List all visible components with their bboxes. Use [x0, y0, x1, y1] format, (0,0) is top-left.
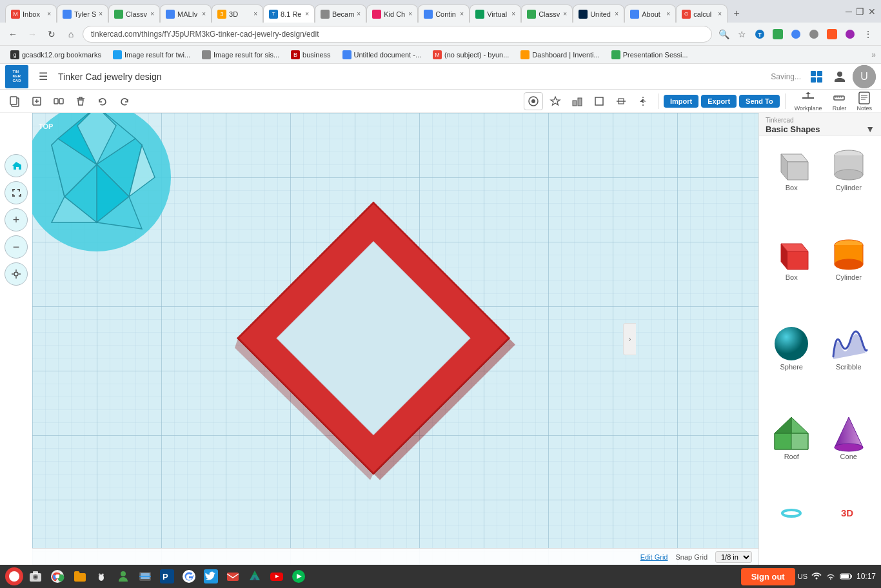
tab-maliw[interactable]: MALIv ×: [160, 5, 212, 23]
tab-becam[interactable]: Becam ×: [315, 5, 366, 23]
tab-tinkercad[interactable]: T 8.1 Re ×: [263, 5, 315, 23]
tab-about[interactable]: About ×: [624, 5, 676, 23]
tab-kidch[interactable]: Kid Ch ×: [366, 5, 418, 23]
sign-out-button[interactable]: Sign out: [741, 568, 795, 585]
user-avatar[interactable]: U: [853, 65, 876, 88]
workplane-button[interactable]: Workplane: [791, 90, 826, 113]
bookmarks-more-icon[interactable]: »: [871, 50, 876, 59]
copy-button[interactable]: [5, 92, 25, 110]
settings-icon[interactable]: ⋮: [860, 26, 876, 42]
taskbar-penguin[interactable]: [92, 567, 111, 586]
tab-close-gmail[interactable]: ×: [47, 10, 51, 17]
search-icon[interactable]: 🔍: [716, 26, 731, 42]
new-tab-button[interactable]: +: [728, 5, 746, 23]
grid-settings-button[interactable]: [5, 262, 28, 286]
extension-icon-5[interactable]: [824, 26, 840, 42]
bookmark-star-icon[interactable]: ☆: [734, 26, 749, 42]
group-button[interactable]: [49, 92, 68, 110]
reload-button[interactable]: ↻: [44, 26, 59, 42]
delete-button[interactable]: [71, 92, 90, 110]
shape-roof[interactable]: Roof: [764, 410, 819, 497]
home-button[interactable]: ⌂: [63, 26, 79, 42]
extension-icon-6[interactable]: [842, 26, 858, 42]
export-button[interactable]: Export: [701, 95, 737, 108]
taskbar-files[interactable]: [70, 567, 89, 586]
tab-close-classroom1[interactable]: ×: [150, 10, 154, 17]
align-tool[interactable]: [611, 92, 631, 110]
view-cube[interactable]: [0, 118, 32, 150]
tab-close-becam[interactable]: ×: [357, 10, 361, 17]
bookmark-inventi[interactable]: Dashboard | Inventi...: [515, 49, 604, 61]
shape-cone[interactable]: Cone: [822, 410, 876, 497]
tab-classroom3[interactable]: Classv ×: [521, 5, 573, 23]
tab-close-about[interactable]: ×: [666, 10, 670, 17]
camera-view-button[interactable]: [524, 92, 543, 110]
shape-box-red[interactable]: Box: [764, 231, 819, 318]
undo-button[interactable]: [93, 92, 112, 110]
bookmark-gcasdk[interactable]: g gcasdk12.org bookmarks: [5, 49, 106, 61]
shape-hollow-tool[interactable]: [589, 92, 609, 110]
bookmark-pres[interactable]: Presentation Sessi...: [606, 49, 693, 61]
taskbar-mail[interactable]: [223, 567, 243, 586]
tab-united[interactable]: United ×: [573, 5, 624, 23]
extension-icon-3[interactable]: [788, 26, 804, 42]
forward-button[interactable]: →: [25, 26, 40, 42]
import-button[interactable]: Import: [664, 95, 698, 108]
back-button[interactable]: ←: [5, 26, 21, 42]
tab-close-tyler[interactable]: ×: [99, 10, 103, 17]
url-input[interactable]: tinkercad.com/things/fYJ5pURM3kG-tinker-…: [83, 26, 712, 43]
bookmark-bb[interactable]: B business: [286, 49, 335, 61]
shape-solid-tool[interactable]: [568, 92, 587, 110]
bookmark-gmail[interactable]: M (no subject) - byun...: [428, 49, 514, 61]
taskbar-google[interactable]: [179, 567, 199, 586]
duplicate-button[interactable]: [27, 92, 46, 110]
redo-button[interactable]: [115, 92, 134, 110]
notes-button[interactable]: Notes: [853, 90, 876, 113]
tab-close-united[interactable]: ×: [615, 10, 619, 17]
tab-close-tinkercad[interactable]: ×: [305, 10, 309, 17]
edit-grid-label[interactable]: Edit Grid: [640, 553, 668, 561]
taskbar-play[interactable]: [289, 567, 308, 586]
extension-icon-2[interactable]: [770, 26, 786, 42]
zoom-in-button[interactable]: +: [5, 208, 28, 231]
tab-close-calcul[interactable]: ×: [718, 10, 722, 17]
collapse-panel-button[interactable]: ›: [623, 323, 636, 355]
tab-tyler[interactable]: Tyler S ×: [57, 5, 108, 23]
bookmark-docs[interactable]: Untitled document -...: [337, 49, 427, 61]
tab-close-contin[interactable]: ×: [460, 10, 464, 17]
shape-light-tool[interactable]: [546, 92, 565, 110]
minimize-button[interactable]: ─: [846, 6, 852, 17]
system-button[interactable]: [5, 567, 23, 585]
send-to-button[interactable]: Send To: [739, 95, 780, 108]
bookmark-sis[interactable]: Image result for sis...: [197, 49, 284, 61]
profile-button[interactable]: [829, 66, 850, 87]
taskbar-twitter[interactable]: [201, 567, 221, 586]
canvas[interactable]: TOP › Edit Grid Snap Gr: [32, 113, 758, 565]
tab-close-maliw[interactable]: ×: [202, 10, 206, 17]
taskbar-camera[interactable]: [26, 567, 45, 586]
tab-virtual[interactable]: Virtual ×: [470, 5, 521, 23]
restore-button[interactable]: ❐: [856, 6, 864, 17]
home-view-button[interactable]: [5, 154, 28, 177]
taskbar-chrome[interactable]: [48, 567, 67, 586]
snap-grid-select[interactable]: 1/8 in 1/4 in 1/2 in 1 in: [715, 551, 752, 563]
mirror-tool[interactable]: [633, 92, 653, 110]
taskbar-drive[interactable]: [245, 567, 264, 586]
ruler-button[interactable]: Ruler: [828, 90, 850, 113]
tab-close-3d[interactable]: ×: [253, 10, 257, 17]
shape-text3d[interactable]: 3D: [822, 500, 876, 560]
shape-cylinder-white[interactable]: Cylinder: [822, 141, 876, 228]
taskbar-pearson[interactable]: P: [157, 567, 177, 586]
shape-scribble[interactable]: Scribble: [822, 320, 876, 407]
shape-sphere[interactable]: Sphere: [764, 320, 819, 407]
close-button[interactable]: ✕: [868, 6, 876, 17]
tab-close-classroom3[interactable]: ×: [563, 10, 567, 17]
taskbar-scanner[interactable]: [135, 567, 155, 586]
taskbar-people[interactable]: [114, 567, 133, 586]
shape-torus[interactable]: [764, 500, 819, 560]
bookmark-twi[interactable]: Image result for twi...: [108, 49, 195, 61]
tab-contin[interactable]: Contin ×: [418, 5, 470, 23]
tab-calcul[interactable]: G calcul ×: [676, 5, 728, 23]
hamburger-menu-button[interactable]: ☰: [34, 68, 53, 86]
extension-icon-4[interactable]: [806, 26, 822, 42]
